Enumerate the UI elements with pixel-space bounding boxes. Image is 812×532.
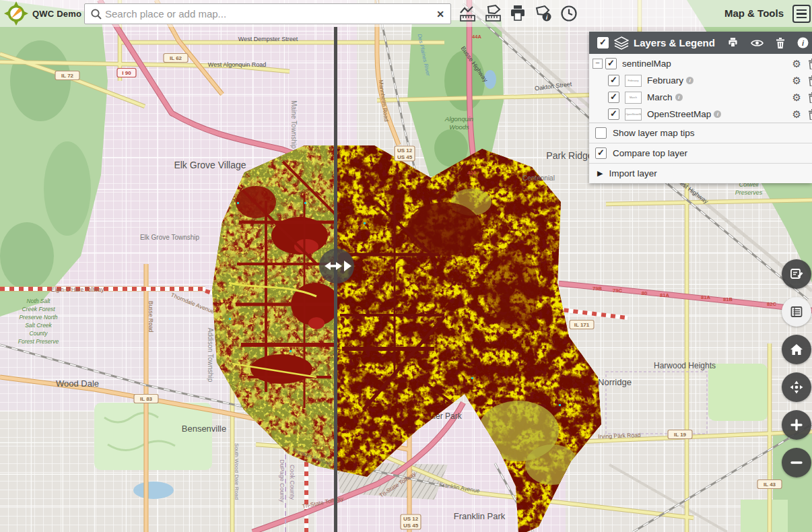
layer-settings-icon[interactable]: ⚙ bbox=[792, 108, 801, 121]
exit-label: 79B bbox=[593, 286, 602, 292]
layer-checkbox[interactable]: ✓ bbox=[608, 75, 619, 86]
exit-label: 44A bbox=[472, 34, 481, 40]
layer-settings-icon[interactable]: ⚙ bbox=[792, 58, 801, 70]
layer-checkbox[interactable]: ✓ bbox=[605, 58, 617, 69]
map-label: Elgin-O'Hare Tollway bbox=[51, 286, 104, 293]
svg-text:IL 62: IL 62 bbox=[170, 55, 182, 61]
map-label: Harwood Heights bbox=[654, 361, 716, 370]
search-input[interactable] bbox=[102, 8, 436, 20]
zoom-out-button[interactable] bbox=[782, 448, 811, 477]
map-label: Noth Salt bbox=[27, 298, 51, 304]
layer-label[interactable]: sentinelMap bbox=[622, 59, 671, 69]
route-shield: US 12US 45 bbox=[395, 146, 415, 161]
layer-remove-icon[interactable] bbox=[808, 75, 812, 86]
layer-label[interactable]: March bbox=[647, 92, 673, 102]
map-label: Preserves bbox=[735, 189, 763, 196]
hamburger-icon bbox=[797, 9, 807, 11]
layer-row-february[interactable]: ✓ February February i ⚙ bbox=[589, 72, 812, 89]
info-icon: i bbox=[797, 37, 809, 48]
layers-panel: ✓ Layers & Legend bbox=[589, 32, 812, 183]
route-shield: IL 62 bbox=[164, 54, 188, 63]
print-button[interactable] bbox=[507, 3, 529, 24]
identify-region-icon: i bbox=[534, 4, 553, 23]
menu-button[interactable] bbox=[792, 5, 811, 23]
layer-settings-icon[interactable]: ⚙ bbox=[792, 75, 801, 87]
app-root: Schiller Park bbox=[0, 0, 812, 532]
map-label: Preserve North bbox=[19, 314, 57, 321]
expand-arrow-icon[interactable]: ▶ bbox=[597, 169, 603, 178]
layer-list-button[interactable] bbox=[782, 297, 811, 327]
exit-label: 81A bbox=[701, 294, 710, 300]
layer-checkbox[interactable]: ✓ bbox=[608, 92, 619, 103]
map-label: Creek Forest bbox=[22, 306, 55, 312]
zoom-in-button[interactable] bbox=[782, 410, 811, 440]
map-label: Algonquin bbox=[444, 115, 473, 123]
svg-text:IL 171: IL 171 bbox=[574, 322, 590, 328]
panel-info-button[interactable]: i bbox=[797, 37, 809, 48]
measure-line-button[interactable] bbox=[456, 3, 478, 24]
eye-icon bbox=[751, 38, 764, 48]
layer-label[interactable]: February bbox=[647, 75, 683, 86]
search-clear-icon[interactable]: ✕ bbox=[436, 9, 444, 20]
plus-icon bbox=[789, 418, 804, 432]
home-button[interactable] bbox=[782, 335, 811, 364]
trash-icon bbox=[776, 38, 785, 48]
identify-region-button[interactable]: i bbox=[533, 3, 554, 24]
layer-info-icon[interactable]: i bbox=[714, 110, 721, 118]
measure-area-button[interactable] bbox=[482, 3, 504, 24]
map-label: South Wood Dale Road bbox=[234, 443, 240, 500]
layer-info-icon[interactable]: i bbox=[675, 94, 683, 101]
zoom-to-extent-button[interactable] bbox=[782, 372, 811, 402]
delete-all-layers-button[interactable] bbox=[776, 38, 785, 48]
collapse-expander[interactable]: − bbox=[593, 59, 603, 69]
panel-master-checkbox[interactable]: ✓ bbox=[597, 37, 609, 48]
layer-row-openstreetmap[interactable]: ✓ OpenStreetMap OpenStreetMap i ⚙ bbox=[589, 106, 812, 123]
print-legend-button[interactable] bbox=[727, 37, 739, 48]
layer-info-icon[interactable]: i bbox=[686, 77, 693, 84]
print-icon bbox=[727, 37, 739, 48]
zoom-extent-icon bbox=[789, 380, 804, 395]
map-label: West Algonquin Road bbox=[208, 61, 266, 68]
svg-text:US 12: US 12 bbox=[403, 516, 419, 522]
map-label: DuPage County bbox=[279, 459, 285, 502]
layer-row-march[interactable]: ✓ March March i ⚙ bbox=[589, 89, 812, 106]
show-map-tips-row[interactable]: Show layer map tips bbox=[589, 123, 812, 143]
svg-text:IL 43: IL 43 bbox=[764, 481, 776, 488]
layer-remove-icon[interactable] bbox=[808, 109, 812, 120]
layer-thumbnail: February bbox=[625, 75, 642, 87]
svg-text:US 45: US 45 bbox=[403, 523, 419, 529]
app-logo[interactable]: QWC Demo bbox=[4, 1, 81, 26]
route-shield: US 12US 45 bbox=[401, 514, 421, 529]
layer-checkbox[interactable]: ✓ bbox=[608, 108, 619, 120]
topbar: QWC Demo ✕ i bbox=[0, 0, 812, 27]
swipe-arrows-icon bbox=[319, 248, 354, 284]
import-layer-row[interactable]: ▶ Import layer bbox=[589, 163, 812, 183]
compare-checkbox[interactable]: ✓ bbox=[595, 147, 607, 159]
svg-text:IL 19: IL 19 bbox=[674, 432, 687, 438]
layer-thumbnail: March bbox=[625, 92, 642, 104]
layer-settings-icon[interactable]: ⚙ bbox=[792, 92, 801, 104]
map-tips-checkbox[interactable] bbox=[595, 127, 607, 139]
map-label: Bensenville bbox=[182, 424, 227, 434]
sketch-button[interactable] bbox=[782, 259, 811, 289]
layer-label[interactable]: OpenStreetMap bbox=[647, 109, 711, 119]
layer-row-sentinelmap[interactable]: − ✓ sentinelMap ⚙ bbox=[589, 55, 812, 72]
exit-label: 80 bbox=[642, 290, 647, 296]
map-label: Maine Township bbox=[290, 100, 298, 149]
layers-panel-header: ✓ Layers & Legend bbox=[589, 32, 812, 54]
layer-tree: − ✓ sentinelMap ⚙ ✓ February February i … bbox=[589, 54, 812, 123]
time-manager-button[interactable] bbox=[558, 3, 580, 24]
home-icon bbox=[789, 342, 804, 357]
route-shield: I 90 bbox=[117, 69, 136, 77]
visibility-toggle-button[interactable] bbox=[751, 38, 764, 48]
panel-title: Layers & Legend bbox=[634, 37, 715, 48]
layer-tree-options: Show layer map tips ✓ Compare top layer … bbox=[589, 123, 812, 183]
compare-slider-handle[interactable] bbox=[319, 248, 354, 284]
map-label: Elk Grove Township bbox=[140, 234, 200, 241]
legend-list-icon bbox=[789, 304, 804, 319]
layer-remove-icon[interactable] bbox=[808, 59, 812, 69]
minus-icon bbox=[789, 455, 804, 470]
layer-remove-icon[interactable] bbox=[808, 92, 812, 103]
compare-top-layer-row[interactable]: ✓ Compare top layer bbox=[589, 143, 812, 163]
exit-label: 79C bbox=[613, 288, 622, 294]
